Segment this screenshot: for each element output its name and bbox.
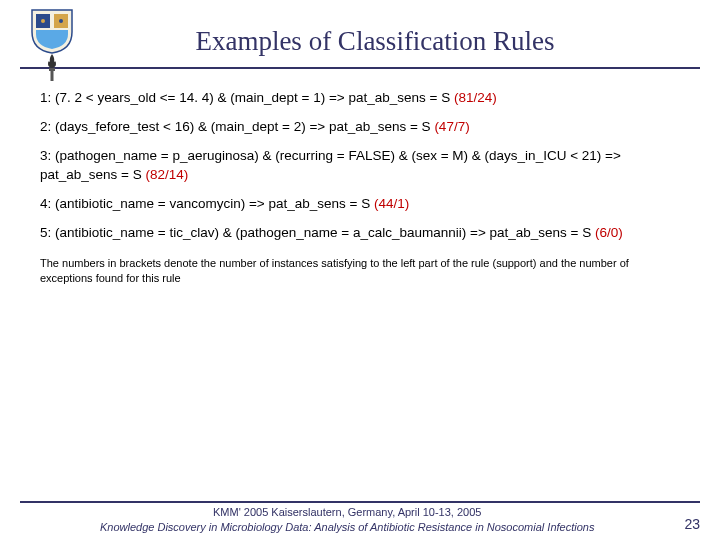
svg-point-2 (41, 19, 45, 23)
rule-2: 2: (days_fefore_test < 16) & (main_dept … (40, 118, 680, 136)
rule-3: 3: (pathogen_name = p_aeruginosa) & (rec… (40, 147, 680, 183)
content-area: 1: (7. 2 < years_old <= 14. 4) & (main_d… (0, 69, 720, 501)
header: Examples of Classification Rules (0, 0, 720, 69)
footer-row: KMM' 2005 Kaiserslautern, Germany, April… (20, 505, 700, 534)
rule-3-stat: (82/14) (145, 167, 188, 182)
svg-point-3 (59, 19, 63, 23)
svg-rect-4 (49, 68, 55, 71)
rule-1-stat: (81/24) (454, 90, 497, 105)
rule-3-body: 3: (pathogen_name = p_aeruginosa) & (rec… (40, 148, 621, 181)
footer-text: KMM' 2005 Kaiserslautern, Germany, April… (20, 505, 674, 534)
footer-line1: KMM' 2005 Kaiserslautern, Germany, April… (20, 505, 674, 519)
rule-4: 4: (antibiotic_name = vancomycin) => pat… (40, 195, 680, 213)
footnote: The numbers in brackets denote the numbe… (40, 256, 680, 286)
title-rule (20, 67, 700, 69)
rule-1-body: 1: (7. 2 < years_old <= 14. 4) & (main_d… (40, 90, 454, 105)
rule-4-stat: (44/1) (374, 196, 409, 211)
rule-4-body: 4: (antibiotic_name = vancomycin) => pat… (40, 196, 374, 211)
svg-rect-5 (51, 71, 54, 81)
rule-2-body: 2: (days_fefore_test < 16) & (main_dept … (40, 119, 434, 134)
torch-icon (42, 52, 62, 82)
rule-2-stat: (47/7) (434, 119, 469, 134)
rule-5: 5: (antibiotic_name = tic_clav) & (patho… (40, 224, 680, 242)
footer: KMM' 2005 Kaiserslautern, Germany, April… (0, 501, 720, 540)
rule-5-stat: (6/0) (595, 225, 623, 240)
footer-rule (20, 501, 700, 503)
page-number: 23 (674, 516, 700, 534)
crest-icon (30, 8, 74, 54)
footer-line2: Knowledge Discovery in Microbiology Data… (20, 520, 674, 534)
slide: Examples of Classification Rules 1: (7. … (0, 0, 720, 540)
slide-title: Examples of Classification Rules (20, 8, 700, 65)
rule-5-body: 5: (antibiotic_name = tic_clav) & (patho… (40, 225, 595, 240)
rule-1: 1: (7. 2 < years_old <= 14. 4) & (main_d… (40, 89, 680, 107)
logo-group (30, 8, 74, 82)
